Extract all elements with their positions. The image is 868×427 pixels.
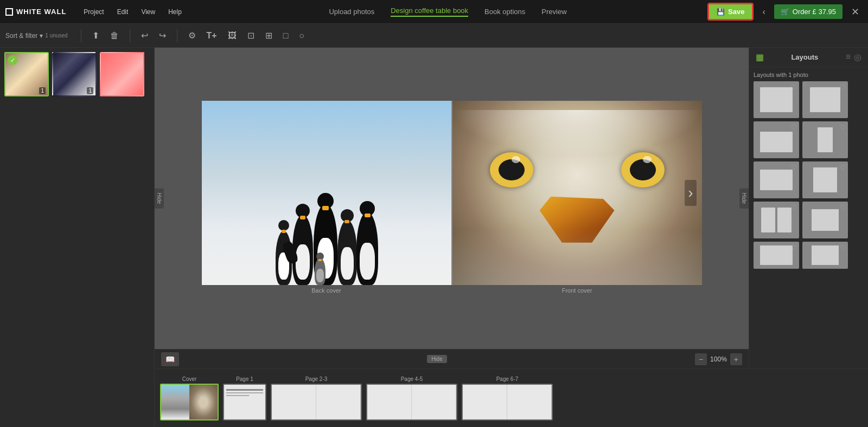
filmstrip-thumb-page67[interactable] xyxy=(462,384,553,420)
nav-edit[interactable]: Edit xyxy=(111,0,135,24)
layout-heart-7[interactable]: ♡ xyxy=(791,204,797,211)
crop-icon[interactable]: ⊞ xyxy=(262,28,276,43)
circle-outline-icon[interactable]: ◎ xyxy=(854,52,861,62)
filmstrip-spread-23-right xyxy=(316,385,361,420)
upload-icon[interactable]: ⬆ xyxy=(89,28,103,43)
layout-item-1[interactable]: ♡ xyxy=(754,81,799,118)
nav-view[interactable]: View xyxy=(135,0,162,24)
layout-item-4[interactable]: ♡ xyxy=(802,121,848,158)
nav-preview[interactable]: Preview xyxy=(541,8,566,16)
hide-left-tab[interactable]: Hide xyxy=(155,189,164,209)
layout-heart-2[interactable]: ♡ xyxy=(840,83,846,91)
layout-item-8[interactable]: ♡ xyxy=(802,202,848,238)
sort-chevron-icon: ▾ xyxy=(40,32,43,40)
back-cover-page[interactable] xyxy=(202,101,451,285)
next-page-arrow[interactable]: › xyxy=(685,180,696,206)
filmstrip-thumb-page1[interactable] xyxy=(223,384,266,420)
nav-design-book[interactable]: Design coffee table book xyxy=(391,7,468,17)
redo-button[interactable]: ↪ xyxy=(156,28,169,43)
square-icon[interactable]: □ xyxy=(280,29,292,43)
layout-item-3[interactable]: ♡ xyxy=(754,121,799,158)
layout-preview-8 xyxy=(812,209,839,231)
layout-item-7[interactable]: ♡ xyxy=(754,202,799,238)
page-labels-row: Back cover Front cover xyxy=(202,285,702,296)
image-icon[interactable]: 🖼 xyxy=(225,29,240,43)
layout-heart-8[interactable]: ♡ xyxy=(840,204,846,211)
nav-book-options[interactable]: Book options xyxy=(484,8,525,16)
filmstrip-spread-67 xyxy=(463,385,552,420)
spread-pages: › xyxy=(202,101,702,285)
layout-item-2[interactable]: ♡ xyxy=(802,81,848,118)
main-area: ✓ 1 1 Hide Hide xyxy=(0,48,868,427)
zoom-in-button[interactable]: + xyxy=(730,353,742,365)
nav-back-arrow[interactable]: ‹ xyxy=(759,7,768,17)
book-spread: › Back cover Front cover xyxy=(202,101,702,296)
photo-thumb-penguin[interactable]: 1 xyxy=(52,52,97,96)
layout-preview-5 xyxy=(760,170,793,190)
layout-item-10[interactable]: ♡ xyxy=(802,242,848,269)
filmstrip-item-page67: Page 6-7 xyxy=(462,376,553,420)
filmstrip-thumb-cover[interactable] xyxy=(160,384,219,420)
layout-heart-4[interactable]: ♡ xyxy=(840,124,846,131)
filmstrip-thumb-page45[interactable] xyxy=(366,384,457,420)
undo-button[interactable]: ↩ xyxy=(138,28,151,43)
front-cover-page[interactable] xyxy=(452,101,702,285)
photo-usage-count-2: 1 xyxy=(87,87,93,94)
filmstrip-label-page23: Page 2-3 xyxy=(305,376,328,382)
unused-count: 1 unused xyxy=(45,33,67,38)
lines-icon[interactable]: ≡ xyxy=(846,52,851,62)
hide-right-tab[interactable]: Hide xyxy=(739,189,749,209)
circle-icon[interactable]: ○ xyxy=(296,29,308,43)
filmstrip-label-page45: Page 4-5 xyxy=(401,376,423,382)
layout-heart-10[interactable]: ♡ xyxy=(840,244,846,251)
filmstrip-thumb-page23[interactable] xyxy=(271,384,362,420)
layout-heart-1[interactable]: ♡ xyxy=(791,83,797,91)
order-button[interactable]: 🛒 Order £ 37.95 xyxy=(774,4,843,19)
frame-icon[interactable]: ⊡ xyxy=(244,28,258,43)
filmstrip-item-page23: Page 2-3 xyxy=(271,376,362,420)
save-button[interactable]: 💾 Save xyxy=(707,3,754,21)
filmstrip-spread-45-left xyxy=(367,385,412,420)
photo-thumb-flamingo[interactable] xyxy=(100,52,144,96)
photo-thumb-eagle[interactable]: ✓ 1 xyxy=(4,52,49,96)
nav-center: Upload photos Design coffee table book B… xyxy=(188,7,707,17)
filmstrip-item-page45: Page 4-5 xyxy=(366,376,457,420)
grid-icon[interactable]: ▦ xyxy=(756,52,764,62)
layout-heart-6[interactable]: ♡ xyxy=(840,164,846,171)
nav-right: 💾 Save ‹ 🛒 Order £ 37.95 ✕ xyxy=(707,3,863,21)
bottom-left-controls: 📖 xyxy=(161,352,179,366)
canvas-panels-row: Hide Hide xyxy=(155,48,868,368)
layout-item-5[interactable]: ♡ xyxy=(754,161,799,198)
hide-bottom-panel[interactable]: Hide xyxy=(427,355,447,363)
toolbar-divider-1 xyxy=(81,29,81,42)
nav-project[interactable]: Project xyxy=(77,0,110,24)
nav-help[interactable]: Help xyxy=(162,0,188,24)
back-cover-label: Back cover xyxy=(202,285,451,296)
selected-check: ✓ xyxy=(8,55,17,65)
sort-filter-button[interactable]: Sort & filter ▾ 1 unused xyxy=(5,32,68,40)
filmstrip-spread-45 xyxy=(367,385,456,420)
nav-upload-photos[interactable]: Upload photos xyxy=(329,8,374,16)
layout-item-6[interactable]: ♡ xyxy=(802,161,848,198)
layout-heart-5[interactable]: ♡ xyxy=(791,164,797,171)
layout-item-9[interactable]: ♡ xyxy=(754,242,799,269)
layout-preview-10 xyxy=(812,245,839,265)
filmstrip-item-page1: Page 1 xyxy=(223,376,266,420)
sort-filter-label: Sort & filter xyxy=(5,32,37,40)
adjust-icon[interactable]: ⚙ xyxy=(185,28,199,43)
layouts-section: Layouts with 1 photo ♡ ♡ xyxy=(749,67,868,368)
right-layouts-panel: ▦ Layouts ≡ ◎ Layouts with 1 photo ♡ xyxy=(749,48,868,368)
layout-heart-3[interactable]: ♡ xyxy=(791,124,797,131)
close-button[interactable]: ✕ xyxy=(848,6,863,18)
filmstrip-spread-23-left xyxy=(272,385,316,420)
right-panel-header: ▦ Layouts ≡ ◎ xyxy=(749,48,868,67)
delete-icon[interactable]: 🗑 xyxy=(107,29,122,43)
book-view-button[interactable]: 📖 xyxy=(161,352,179,366)
filmstrip-label-page67: Page 6-7 xyxy=(496,376,519,382)
filmstrip-item-cover: Cover xyxy=(160,376,219,420)
layout-preview-9 xyxy=(760,245,793,265)
layout-heart-9[interactable]: ♡ xyxy=(791,244,797,251)
text-icon[interactable]: T+ xyxy=(203,29,220,43)
zoom-out-button[interactable]: − xyxy=(695,353,707,365)
layout-preview-6 xyxy=(813,167,837,192)
